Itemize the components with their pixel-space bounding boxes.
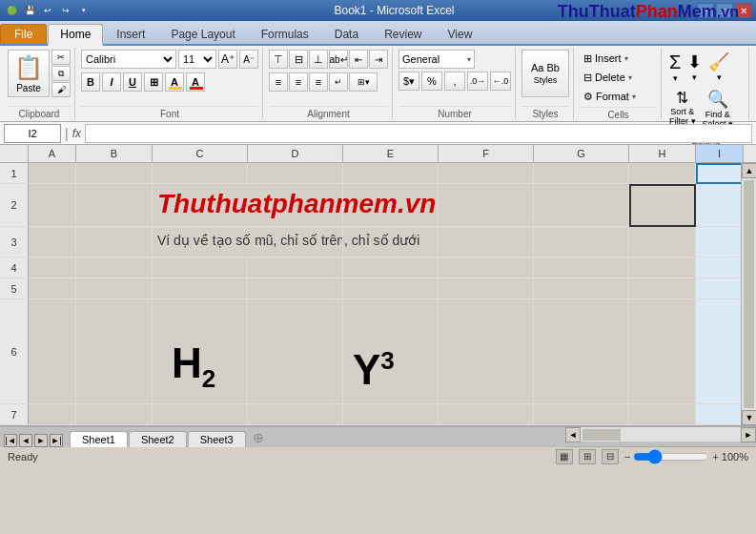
- font-size-select[interactable]: 11: [178, 50, 216, 69]
- tab-view[interactable]: View: [436, 24, 485, 44]
- clear-button[interactable]: 🧹 ▾: [706, 50, 731, 85]
- col-header-i[interactable]: I: [696, 145, 744, 162]
- cell-e7[interactable]: [343, 404, 439, 425]
- number-format-dropdown[interactable]: General ▾: [398, 50, 475, 69]
- col-header-g[interactable]: G: [534, 145, 629, 162]
- cell-h6[interactable]: [629, 299, 696, 404]
- cell-b6[interactable]: [76, 299, 153, 404]
- cell-a3[interactable]: [29, 227, 76, 257]
- sum-button[interactable]: Σ ▾: [667, 50, 683, 85]
- zoom-out-btn[interactable]: −: [624, 451, 630, 462]
- styles-button[interactable]: Aa Bb Styles: [521, 50, 569, 97]
- align-center-btn[interactable]: ≡: [289, 72, 308, 92]
- cell-a4[interactable]: [29, 257, 76, 278]
- cell-d3[interactable]: [248, 227, 343, 257]
- sheet-tab-sheet3[interactable]: Sheet3: [188, 431, 246, 447]
- cell-c5[interactable]: [153, 278, 248, 299]
- paste-button[interactable]: 📋 Paste: [8, 50, 50, 97]
- cell-h7[interactable]: [629, 404, 696, 425]
- cell-e6[interactable]: Y3: [343, 299, 439, 404]
- sheet-nav-last-btn[interactable]: ►|: [50, 434, 63, 447]
- col-header-f[interactable]: F: [439, 145, 534, 162]
- cell-f2[interactable]: [439, 184, 534, 227]
- cell-i2[interactable]: [696, 184, 741, 227]
- cell-i4[interactable]: [696, 257, 741, 278]
- border-button[interactable]: ⊞: [144, 72, 163, 92]
- align-middle-btn[interactable]: ⊟: [289, 50, 308, 69]
- qa-dropdown-btn[interactable]: ▾: [76, 3, 92, 18]
- cell-h4[interactable]: [629, 257, 696, 278]
- cell-c3[interactable]: Ví dụ về tạo số mũ, chỉ số trên, chỉ số …: [153, 227, 248, 257]
- cell-i1[interactable]: [696, 163, 741, 184]
- tab-file[interactable]: File: [0, 24, 47, 44]
- cell-b4[interactable]: [76, 257, 153, 278]
- tab-insert[interactable]: Insert: [104, 24, 157, 44]
- cell-b7[interactable]: [76, 404, 153, 425]
- cell-f3[interactable]: [439, 227, 534, 257]
- cell-a1[interactable]: [29, 163, 76, 184]
- cell-f5[interactable]: [439, 278, 534, 299]
- cell-h1[interactable]: [629, 163, 696, 184]
- scroll-up-btn[interactable]: ▲: [742, 163, 756, 178]
- cell-e2[interactable]: [343, 184, 439, 227]
- sheet-nav-prev-btn[interactable]: ◄: [19, 434, 32, 447]
- tab-data[interactable]: Data: [322, 24, 371, 44]
- col-header-d[interactable]: D: [248, 145, 343, 162]
- cut-button[interactable]: ✂: [51, 50, 71, 65]
- fill-button[interactable]: ⬇ ▾: [685, 50, 704, 85]
- bold-button[interactable]: B: [81, 72, 100, 92]
- cell-b5[interactable]: [76, 278, 153, 299]
- cell-d6[interactable]: [248, 299, 343, 404]
- cell-e3[interactable]: [343, 227, 439, 257]
- tab-page-layout[interactable]: Page Layout: [158, 24, 247, 44]
- cell-d2[interactable]: [248, 184, 343, 227]
- wrap-text-btn[interactable]: ↵: [329, 72, 348, 92]
- cell-c4[interactable]: [153, 257, 248, 278]
- col-header-b[interactable]: B: [76, 145, 153, 162]
- cell-c6[interactable]: H2: [153, 299, 248, 404]
- formula-input[interactable]: [85, 124, 752, 143]
- font-size-increase-btn[interactable]: A⁺: [218, 50, 237, 69]
- dec-dec-btn[interactable]: ←.0: [490, 72, 511, 91]
- tab-formulas[interactable]: Formulas: [249, 24, 321, 44]
- cell-g6[interactable]: [534, 299, 629, 404]
- cell-a5[interactable]: [29, 278, 76, 299]
- sheet-tab-sheet1[interactable]: Sheet1: [70, 431, 128, 447]
- cell-g4[interactable]: [534, 257, 629, 278]
- cell-g1[interactable]: [534, 163, 629, 184]
- format-painter-button[interactable]: 🖌: [51, 82, 71, 97]
- cell-c2[interactable]: Thuthuatphanmem.vn: [153, 184, 248, 227]
- save-quick-btn[interactable]: 💾: [22, 3, 37, 18]
- cell-g5[interactable]: [534, 278, 629, 299]
- copy-button[interactable]: ⧉: [51, 66, 71, 81]
- cell-c1[interactable]: [153, 163, 248, 184]
- hscroll-thumb[interactable]: [582, 429, 621, 441]
- align-left-btn[interactable]: ≡: [269, 72, 288, 92]
- delete-cells-btn[interactable]: ⊟ Delete ▾: [580, 69, 636, 86]
- align-top-btn[interactable]: ⊤: [269, 50, 288, 69]
- align-right-btn[interactable]: ≡: [309, 72, 328, 92]
- cell-b1[interactable]: [76, 163, 153, 184]
- cell-a7[interactable]: [29, 404, 76, 425]
- cell-i7[interactable]: [696, 404, 741, 425]
- fill-color-button[interactable]: A: [165, 72, 184, 92]
- tab-review[interactable]: Review: [372, 24, 434, 44]
- cell-e4[interactable]: [343, 257, 439, 278]
- cell-b2[interactable]: [76, 184, 153, 227]
- cell-h5[interactable]: [629, 278, 696, 299]
- insert-cells-btn[interactable]: ⊞ Insert ▾: [580, 50, 632, 67]
- name-box[interactable]: [4, 124, 61, 143]
- cell-c7[interactable]: [153, 404, 248, 425]
- text-direction-btn[interactable]: ab↵: [329, 50, 348, 69]
- page-layout-view-btn[interactable]: ⊞: [579, 449, 596, 464]
- vertical-scrollbar[interactable]: ▲ ▼: [741, 163, 756, 425]
- cell-f4[interactable]: [439, 257, 534, 278]
- cell-i5[interactable]: [696, 278, 741, 299]
- comma-btn[interactable]: ,: [444, 72, 465, 91]
- col-header-h[interactable]: H: [629, 145, 696, 162]
- align-bottom-btn[interactable]: ⊥: [309, 50, 328, 69]
- font-size-decrease-btn[interactable]: A⁻: [239, 50, 258, 69]
- underline-button[interactable]: U: [123, 72, 142, 92]
- zoom-in-btn[interactable]: +: [712, 451, 718, 462]
- cell-g3[interactable]: [534, 227, 629, 257]
